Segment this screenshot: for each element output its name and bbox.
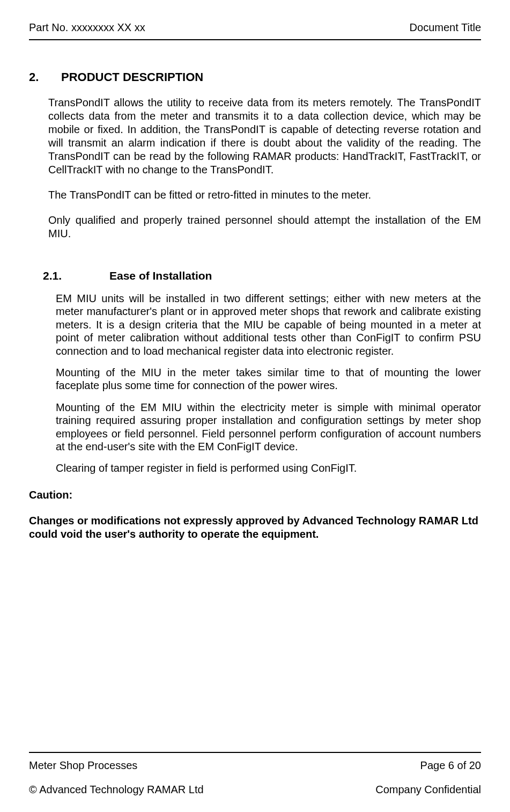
footer-confidentiality: Company Confidential: [375, 784, 481, 796]
header-part-number: Part No. xxxxxxxx XX xx: [29, 21, 145, 34]
section-2-1-paragraph-1: EM MIU units will be installed in two di…: [56, 292, 481, 357]
page: Part No. xxxxxxxx XX xx Document Title 2…: [0, 0, 510, 812]
section-2-1-paragraph-3: Mounting of the EM MIU within the electr…: [56, 401, 481, 453]
page-content: 2.PRODUCT DESCRIPTION TransPondIT allows…: [29, 40, 481, 752]
page-footer: Meter Shop Processes Page 6 of 20 © Adva…: [29, 752, 481, 796]
section-2-paragraph-2: The TransPondIT can be fitted or retro-f…: [48, 188, 481, 202]
caution-label: Caution:: [29, 489, 481, 501]
section-2-paragraph-1: TransPondIT allows the utility to receiv…: [48, 96, 481, 177]
section-2-title: PRODUCT DESCRIPTION: [61, 70, 203, 84]
section-2-1-heading: 2.1.Ease of Installation: [43, 269, 481, 282]
section-2-1-paragraph-2: Mounting of the MIU in the meter takes s…: [56, 366, 481, 392]
footer-row-2: © Advanced Technology RAMAR Ltd Company …: [29, 784, 481, 796]
footer-copyright: © Advanced Technology RAMAR Ltd: [29, 784, 204, 796]
caution-body: Changes or modifications not expressly a…: [29, 514, 481, 541]
section-2-paragraph-3: Only qualified and properly trained pers…: [48, 214, 481, 240]
header-document-title: Document Title: [410, 21, 481, 34]
section-2-1-number: 2.1.: [43, 269, 109, 282]
section-2-1-title: Ease of Installation: [109, 269, 212, 282]
section-2-heading: 2.PRODUCT DESCRIPTION: [29, 70, 481, 84]
section-2-1-paragraph-4: Clearing of tamper register in field is …: [56, 462, 481, 474]
footer-process-name: Meter Shop Processes: [29, 759, 137, 772]
footer-row-1: Meter Shop Processes Page 6 of 20: [29, 759, 481, 772]
section-2-number: 2.: [29, 70, 61, 84]
page-header: Part No. xxxxxxxx XX xx Document Title: [29, 21, 481, 40]
footer-page-number: Page 6 of 20: [420, 759, 481, 772]
